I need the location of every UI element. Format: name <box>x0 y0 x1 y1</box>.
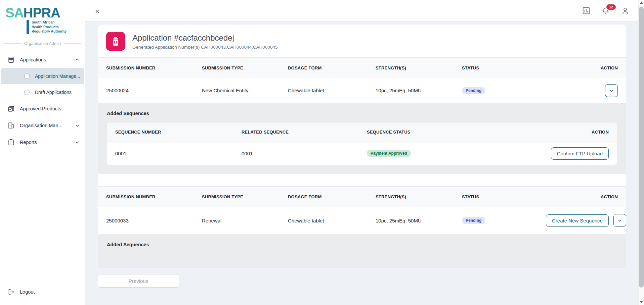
dosage-form: Chewable tablet <box>288 218 376 223</box>
logout-label: Logout <box>20 289 35 295</box>
create-new-sequence-button[interactable]: Create New Sequence <box>546 214 609 227</box>
user-profile-icon[interactable] <box>621 6 630 15</box>
collapse-row-button[interactable] <box>613 214 626 227</box>
submission-row: 25000033 Renewal Chewable tablet 10pc, 2… <box>98 207 626 234</box>
table-header-row: SUBMISSION NUMBER SUBMISSION TYPE DOSAGE… <box>98 58 626 78</box>
added-sequences-section: Added Sequences SEQUENCE NUMBER RELATED … <box>98 103 626 174</box>
strengths: 10pc, 25mEq, 50MU <box>376 88 462 93</box>
added-sequences-title: Added Sequences <box>107 111 617 116</box>
sidebar-item-label: Application Manage... <box>35 73 80 79</box>
previous-page-button[interactable]: Previous <box>98 274 179 288</box>
logo-text-hpra: HPRA <box>24 5 60 20</box>
building-icon <box>7 122 15 129</box>
scrollbar-up-arrow[interactable] <box>640 2 643 4</box>
sequence-table: SEQUENCE NUMBER RELATED SEQUENCE SEQUENC… <box>107 122 617 165</box>
sidebar-collapse-button[interactable]: « <box>95 7 99 14</box>
journal-icon <box>7 56 15 63</box>
sahpra-logo: SAHPRA South African Health Products Reg… <box>0 0 85 36</box>
application-card: Application #cacfacchbcedej Generated Ap… <box>98 24 626 268</box>
sidebar-item-draft-applications[interactable]: Draft Applications <box>0 84 85 100</box>
sidebar-item-label: Applications <box>20 57 46 62</box>
submission-type: New Chemical Entity <box>202 88 288 93</box>
status-badge: Pending <box>462 87 485 94</box>
medicine-bottle-icon <box>106 32 125 51</box>
submission-type: Renewal <box>202 218 288 223</box>
sidebar-item-organisation-management[interactable]: Organisation Man... <box>0 117 85 134</box>
sequence-number: 0001 <box>115 151 242 156</box>
submission-number: 25000033 <box>106 218 202 223</box>
sidebar: SAHPRA South African Health Products Reg… <box>0 0 85 305</box>
clipboard-icon <box>7 139 15 146</box>
radio-icon <box>24 73 30 79</box>
added-sequences-title: Added Sequences <box>107 242 617 247</box>
page-title: Application #cacfacchbcedej <box>132 33 277 43</box>
logo-text-sa: SA <box>5 5 24 20</box>
dosage-form: Chewable tablet <box>288 88 376 93</box>
scrollbar-down-arrow[interactable] <box>640 301 643 303</box>
chevron-down-icon <box>75 123 80 128</box>
sidebar-nav: Applications Application Manage... Draft… <box>0 51 85 151</box>
check-square-icon <box>7 105 15 112</box>
strengths: 10pc, 25mEq, 50MU <box>376 218 462 223</box>
page-subtitle: Generated Application Number(s) CAH00004… <box>132 45 277 50</box>
confirm-ftp-upload-button[interactable]: Confirm FTP Upload <box>551 147 609 160</box>
sidebar-item-label: Organisation Man... <box>20 123 62 128</box>
sidebar-item-label: Approved Products <box>20 106 61 111</box>
topbar: « 12 <box>85 0 638 21</box>
application-header: Application #cacfacchbcedej Generated Ap… <box>98 24 626 57</box>
sidebar-item-application-management[interactable]: Application Manage... <box>1 68 84 84</box>
radio-icon <box>24 90 30 95</box>
sidebar-item-approved-products[interactable]: Approved Products <box>0 100 85 117</box>
app-root: SAHPRA South African Health Products Reg… <box>0 0 644 305</box>
notification-count-badge: 12 <box>606 4 616 10</box>
sidebar-item-label: Reports <box>20 140 37 145</box>
collapse-row-button[interactable] <box>605 84 618 97</box>
submission-table-1: SUBMISSION NUMBER SUBMISSION TYPE DOSAGE… <box>98 57 626 174</box>
logout-button[interactable]: Logout <box>0 283 85 305</box>
status-badge: Pending <box>462 217 485 224</box>
submission-table-2: SUBMISSION NUMBER SUBMISSION TYPE DOSAGE… <box>98 186 626 267</box>
submission-row: 25000024 New Chemical Entity Chewable ta… <box>98 78 626 103</box>
sidebar-item-reports[interactable]: Reports <box>0 134 85 151</box>
content-area: Application #cacfacchbcedej Generated Ap… <box>85 21 638 305</box>
chevron-up-icon <box>75 57 80 62</box>
sidebar-section-label: Organisation Admin <box>4 41 81 46</box>
scrollbar-thumb[interactable] <box>639 7 644 288</box>
sidebar-item-label: Draft Applications <box>35 90 72 95</box>
main-column: « 12 <box>85 0 638 305</box>
sequence-row: 0001 0001 Payment Approved Confirm FTP U… <box>107 142 617 165</box>
chevron-down-icon <box>75 140 80 145</box>
sidebar-item-applications[interactable]: Applications <box>0 51 85 68</box>
bar-chart-icon[interactable] <box>582 6 591 15</box>
submission-number: 25000024 <box>106 88 202 93</box>
logo-tagline: South African Health Products Regulatory… <box>27 20 80 34</box>
vertical-scrollbar[interactable] <box>638 0 644 305</box>
sequence-status-badge: Payment Approved <box>367 150 411 157</box>
notifications-bell-icon[interactable]: 12 <box>601 6 610 15</box>
logout-icon <box>7 288 15 296</box>
related-sequence: 0001 <box>242 151 367 156</box>
table-header-row: SUBMISSION NUMBER SUBMISSION TYPE DOSAGE… <box>98 187 626 207</box>
sequence-table-header-row: SEQUENCE NUMBER RELATED SEQUENCE SEQUENC… <box>107 122 617 142</box>
added-sequences-section-empty: Added Sequences <box>98 234 626 267</box>
